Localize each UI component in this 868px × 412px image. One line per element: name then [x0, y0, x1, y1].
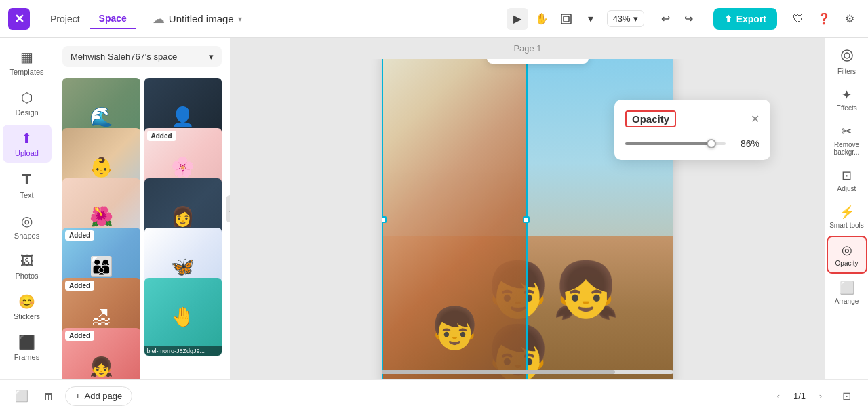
opacity-panel-title: Opacity [625, 110, 676, 127]
list-item[interactable]: 👧 Added [62, 328, 140, 379]
opacity-value: 86% [732, 138, 760, 149]
zoom-chevron-icon: ▾ [633, 14, 638, 24]
page-label: Page 1 [231, 38, 825, 59]
duplicate-page-button[interactable]: ⬜ [11, 386, 33, 407]
next-page-button[interactable]: › [811, 387, 830, 406]
right-icons: 🛡 ❓ ⚙ [788, 9, 860, 29]
right-sidebar-remove-bg[interactable]: ✂ Remove backgr... [827, 119, 867, 161]
zoom-value: 43% [613, 14, 631, 24]
cloud-icon: ☁ [153, 12, 165, 26]
select-tool-button[interactable]: ▶ [507, 8, 528, 30]
svg-point-12 [844, 53, 850, 58]
nav-project[interactable]: Project [41, 9, 90, 28]
fit-screen-button[interactable]: ⊡ [835, 386, 857, 407]
space-name: Mehwish Saleh767's space [71, 52, 177, 62]
panel-resize-handle[interactable]: ⋮ [226, 195, 231, 222]
right-sidebar-effects[interactable]: ✦ Effects [827, 82, 867, 117]
sidebar-item-text[interactable]: T Text [3, 165, 52, 205]
export-icon: ⬆ [724, 14, 732, 24]
main-area: ▦ Templates ⬡ Design ⬆ Upload T Text ◎ S… [0, 38, 868, 379]
more-options-button[interactable]: ••• [561, 59, 583, 61]
undo-redo-group: ↩ ↪ [655, 8, 700, 30]
tool-group: ▶ ✋ ▾ [507, 8, 601, 30]
right-sidebar-filters[interactable]: Filters [827, 43, 867, 81]
sidebar-item-frames[interactable]: ⬛ Frames [3, 329, 52, 367]
sidebar-item-shapes[interactable]: ◎ Shapes [3, 207, 52, 245]
text-icon: T [22, 171, 31, 188]
bottom-bar: ⬜ 🗑 + Add page ‹ 1/1 › ⊡ [0, 379, 868, 412]
left-sidebar: ▦ Templates ⬡ Design ⬆ Upload T Text ◎ S… [0, 38, 54, 379]
sidebar-item-templates[interactable]: ▦ Templates [3, 43, 52, 81]
right-sidebar-opacity[interactable]: ◎ Opacity [827, 236, 867, 274]
sidebar-item-stickers[interactable]: 😊 Stickers [3, 288, 52, 326]
add-page-plus-icon: + [75, 391, 81, 401]
add-page-button[interactable]: + Add page [65, 386, 132, 406]
float-toolbar: ••• [487, 59, 589, 64]
scrollbar-thumb[interactable] [382, 370, 615, 374]
top-bar: ✕ Project Space ☁ Untitled image ▾ ▶ ✋ ▾… [0, 0, 868, 38]
crop-button[interactable] [492, 59, 514, 61]
media-item-label: biel-morro-J8ZdgJ9... [144, 346, 222, 356]
export-button[interactable]: ⬆ Export [713, 8, 777, 30]
opacity-icon: ◎ [842, 243, 852, 258]
opacity-slider-row: 86% [625, 138, 760, 149]
list-item[interactable]: 🤚 biel-morro-J8ZdgJ9... [144, 278, 222, 356]
nav-space[interactable]: Space [90, 9, 136, 29]
svg-rect-1 [564, 16, 569, 22]
upload-icon: ⬆ [21, 130, 33, 146]
sidebar-item-photos[interactable]: 🖼 Photos [3, 248, 52, 285]
redo-button[interactable]: ↪ [678, 8, 700, 30]
effects-icon: ✦ [842, 87, 852, 102]
opacity-slider-thumb[interactable] [707, 139, 716, 148]
duplicate-button[interactable] [538, 59, 560, 61]
zoom-control[interactable]: 43% ▾ [607, 10, 644, 27]
shield-icon[interactable]: 🛡 [788, 9, 808, 29]
smart-tools-icon: ⚡ [840, 205, 854, 220]
delete-page-button[interactable]: 🗑 [38, 386, 60, 407]
added-badge: Added [65, 331, 94, 341]
media-grid: 🌊 ethan-hoover-0YHIlx... 👤 mubariz-mehdi… [54, 73, 230, 379]
upload-panel: Mehwish Saleh767's space ▾ 🌊 ethan-hoove… [54, 38, 231, 379]
title-chevron-icon[interactable]: ▾ [238, 14, 242, 24]
sidebar-more-button[interactable]: ∨ [17, 369, 37, 379]
opacity-slider[interactable] [625, 142, 726, 145]
app-logo[interactable]: ✕ [8, 8, 30, 30]
added-badge: Added [65, 281, 94, 291]
right-sidebar: Filters ✦ Effects ✂ Remove backgr... ⊡ A… [825, 38, 868, 379]
svg-point-11 [842, 50, 852, 61]
bottom-right-nav: ‹ 1/1 › ⊡ [769, 386, 857, 407]
space-chevron-icon: ▾ [209, 52, 214, 62]
panel-header: Mehwish Saleh767's space ▾ [54, 38, 230, 73]
opacity-panel-header: Opacity ✕ [625, 110, 760, 127]
opacity-close-button[interactable]: ✕ [751, 112, 760, 125]
sidebar-item-upload[interactable]: ⬆ Upload [3, 125, 52, 163]
document-title[interactable]: Untitled image [169, 13, 234, 24]
photos-icon: 🖼 [20, 253, 34, 269]
frame-chevron-icon[interactable]: ▾ [580, 8, 601, 30]
align-button[interactable] [515, 59, 537, 61]
arrange-icon: ⬜ [840, 281, 854, 295]
help-icon[interactable]: ❓ [814, 9, 834, 29]
hand-tool-button[interactable]: ✋ [531, 8, 553, 30]
templates-icon: ▦ [20, 49, 33, 65]
added-badge: Added [147, 131, 176, 141]
stickers-icon: 😊 [18, 293, 35, 310]
filters-icon [840, 49, 854, 66]
right-sidebar-smart-tools[interactable]: ⚡ Smart tools [827, 199, 867, 234]
svg-rect-0 [561, 14, 571, 24]
bottom-left-actions: ⬜ 🗑 + Add page [11, 386, 132, 407]
page-info: 1/1 [793, 391, 806, 401]
space-selector[interactable]: Mehwish Saleh767's space ▾ [62, 46, 222, 67]
right-sidebar-arrange[interactable]: ⬜ Arrange [827, 275, 867, 310]
prev-page-button[interactable]: ‹ [769, 387, 788, 406]
adjust-icon: ⊡ [842, 168, 852, 183]
frame-tool-button[interactable] [555, 8, 577, 30]
right-sidebar-adjust[interactable]: ⊡ Adjust [827, 163, 867, 198]
opacity-panel: Opacity ✕ 86% [614, 100, 770, 160]
undo-button[interactable]: ↩ [655, 8, 677, 30]
sidebar-item-design[interactable]: ⬡ Design [3, 84, 52, 122]
shapes-icon: ◎ [21, 213, 33, 229]
canvas-container[interactable]: 👦👧👦 👦 ↻ [231, 59, 825, 379]
settings-icon[interactable]: ⚙ [840, 9, 860, 29]
canvas-scrollbar[interactable] [382, 370, 673, 374]
